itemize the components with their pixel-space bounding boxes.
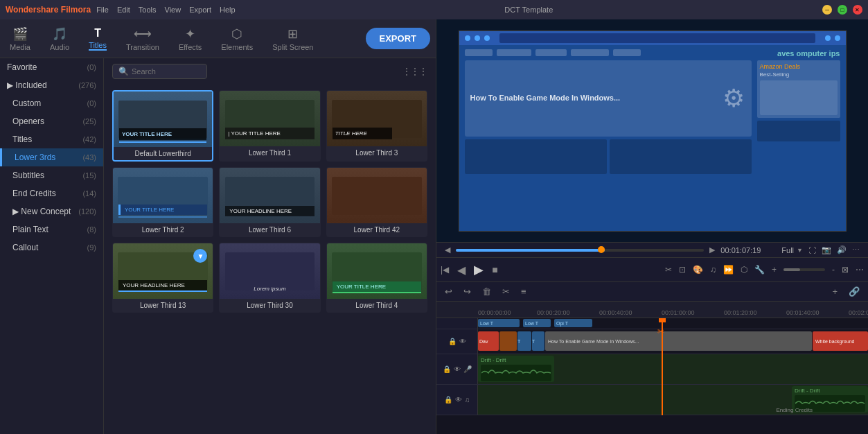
sidebar-item-favorite[interactable]: Favorite (0) xyxy=(0,58,103,76)
grid-item-lower-third-42[interactable]: Lower Third 42 xyxy=(326,167,427,237)
audio-2-lock-button[interactable]: 🔒 xyxy=(444,396,452,403)
grid-item-lower-third-13[interactable]: YOUR HEADLINE HERE ▼ Lower Third 13 xyxy=(112,243,213,313)
rewind-to-start-icon[interactable]: |◀ xyxy=(441,265,449,275)
speed-icon[interactable]: ⏩ xyxy=(723,265,734,275)
toolbar-transition[interactable]: ⟷ Transition xyxy=(122,24,163,54)
color-icon[interactable]: 🎨 xyxy=(693,265,703,275)
video-clip-brown-1[interactable] xyxy=(499,331,517,351)
snapshot-icon[interactable]: 📷 xyxy=(822,245,831,254)
elements-label: Elements xyxy=(221,43,253,51)
zoom-plus-icon[interactable]: + xyxy=(772,265,777,275)
audio-1-lock-button[interactable]: 🔒 xyxy=(443,365,451,373)
minimize-button[interactable]: ─ xyxy=(822,5,832,15)
sidebar-item-lower3rds[interactable]: Lower 3rds (43) xyxy=(0,148,103,166)
audio-clip-1[interactable]: Drift - Drift xyxy=(478,356,554,382)
progress-handle[interactable] xyxy=(598,246,605,253)
maximize-button[interactable]: □ xyxy=(838,5,847,15)
title-clip-1[interactable]: Low T xyxy=(478,319,520,327)
grid-item-lower-third-6[interactable]: YOUR HEADLINE HERE Lower Third 6 xyxy=(219,167,320,237)
volume-icon[interactable]: 🔊 xyxy=(837,245,847,254)
toolbar-elements[interactable]: ⬡ Elements xyxy=(217,24,257,54)
title-bar-left: Wondershare Filmora File Edit Tools View… xyxy=(6,5,236,15)
menu-view[interactable]: View xyxy=(165,6,181,14)
sidebar-item-plain-text[interactable]: Plain Text (8) xyxy=(0,220,103,238)
title-clip-2[interactable]: Low T xyxy=(523,319,551,327)
title-clip-3[interactable]: Opi T xyxy=(554,319,592,327)
timeline-redo-icon[interactable]: ↪ xyxy=(461,285,474,298)
timeline-undo-icon[interactable]: ↩ xyxy=(442,285,455,298)
grid-item-lower-third-1[interactable]: | YOUR TITLE HERE Lower Third 1 xyxy=(219,90,320,162)
arrow-left-icon[interactable]: ◀ xyxy=(445,245,450,254)
audio-1-mic-button[interactable]: 🎤 xyxy=(463,365,472,373)
fullscreen-icon[interactable]: ⛶ xyxy=(808,246,816,254)
menu-help[interactable]: Help xyxy=(220,6,236,14)
toolbar-titles[interactable]: T Titles xyxy=(85,24,111,53)
timeline-delete-icon[interactable]: 🗑 xyxy=(479,285,494,298)
search-input[interactable] xyxy=(132,67,201,76)
toolbar-split-screen[interactable]: ⊞ Split Screen xyxy=(268,24,317,54)
sidebar-item-custom[interactable]: Custom (0) xyxy=(0,94,103,112)
sidebar-item-openers[interactable]: Openers (25) xyxy=(0,112,103,130)
play-icon[interactable]: ▶ xyxy=(474,262,484,277)
close-button[interactable]: ✕ xyxy=(853,5,862,15)
stop-icon[interactable]: ■ xyxy=(492,264,497,275)
export-button[interactable]: EXPORT xyxy=(366,28,430,49)
timeline-list-icon[interactable]: ≡ xyxy=(518,285,529,298)
crop-icon[interactable]: ⊡ xyxy=(679,265,686,275)
arrow-right-icon[interactable]: ▶ xyxy=(709,245,715,254)
link-icon[interactable]: 🔗 xyxy=(846,285,862,298)
sidebar-item-end-credits[interactable]: End Credits (14) xyxy=(0,184,103,202)
sidebar-item-included[interactable]: ▶ Included (276) xyxy=(0,76,103,94)
sidebar-item-new-concept[interactable]: ▶ New Concept (120) xyxy=(0,202,103,220)
sidebar-item-callout[interactable]: Callout (9) xyxy=(0,238,103,257)
video-clip-text-1[interactable]: T xyxy=(517,331,531,351)
grid-item-default-lowerthird[interactable]: YOUR TITLE HERE Default Lowerthird xyxy=(112,90,213,162)
zoom-slider[interactable] xyxy=(783,268,825,271)
menu-export[interactable]: Export xyxy=(189,6,211,14)
grid-item-lower-third-3[interactable]: TITLE HERE Lower Third 3 xyxy=(326,90,427,162)
audio-track-1-content[interactable]: Drift - Drift xyxy=(478,354,868,384)
progress-bar-container[interactable] xyxy=(456,249,704,252)
grid-options-icon[interactable]: ⋮⋮⋮ xyxy=(402,67,427,76)
zoom-dropdown-icon[interactable]: ▼ xyxy=(797,247,803,254)
fit-icon[interactable]: ⊠ xyxy=(842,265,849,275)
grid-item-lower-third-2[interactable]: YOUR TITLE HERE Lower Third 2 xyxy=(112,167,213,237)
audio-1-eye-button[interactable]: 👁 xyxy=(454,365,461,373)
add-track-icon[interactable]: + xyxy=(829,285,840,298)
menu-tools[interactable]: Tools xyxy=(139,6,157,14)
video-lock-button[interactable]: 🔒 xyxy=(448,338,457,345)
timeline-cut-icon[interactable]: ✂ xyxy=(499,285,513,298)
search-box[interactable]: 🔍 xyxy=(112,64,207,79)
zoom-control[interactable]: Full ▼ xyxy=(781,246,803,254)
video-track-content[interactable]: Dav T T How To Enable Game Mode In Windo… xyxy=(478,329,868,354)
split-icon[interactable]: ✂ xyxy=(665,265,672,275)
step-back-icon[interactable]: ◀ xyxy=(457,263,466,277)
audio-2-music-button[interactable]: ♫ xyxy=(465,396,470,403)
progress-bar-fill xyxy=(456,249,605,252)
audio-track-2-content[interactable]: Drift - Drift Ending Credits xyxy=(478,385,868,415)
video-clip-text-2[interactable]: T xyxy=(532,331,544,351)
recent-posts-box xyxy=(757,121,840,141)
audio-2-eye-button[interactable]: 👁 xyxy=(455,396,462,403)
settings-icon[interactable]: ⋯ xyxy=(852,245,860,254)
video-eye-button[interactable]: 👁 xyxy=(459,338,466,345)
video-clip-red-1[interactable]: Dav xyxy=(478,331,499,351)
audio-track-icon[interactable]: ♫ xyxy=(710,265,716,275)
preview-browser: aves omputer ips How To Enable Game Mode… xyxy=(459,31,846,231)
expand-icon[interactable]: ⋯ xyxy=(856,265,864,275)
video-clip-main[interactable]: How To Enable Game Mode In Windows... xyxy=(545,331,812,351)
grid-item-lower-third-30[interactable]: Lorem ipsum Lower Third 30 xyxy=(219,243,320,313)
menu-edit[interactable]: Edit xyxy=(117,6,130,14)
toolbar-effects[interactable]: ✦ Effects xyxy=(175,24,206,54)
audio-track-2-controls: 🔒 👁 ♫ xyxy=(436,385,478,415)
video-clip-white-bg[interactable]: White background xyxy=(813,331,868,351)
mask-icon[interactable]: ⬡ xyxy=(741,265,747,275)
grid-item-lower-third-4[interactable]: YOUR TITLE HERE Lower Third 4 xyxy=(326,243,427,313)
toolbar-media[interactable]: 🎬 Media xyxy=(6,24,35,54)
menu-file[interactable]: File xyxy=(96,6,109,14)
zoom-minus-icon[interactable]: - xyxy=(832,265,835,275)
sidebar-item-subtitles[interactable]: Subtitles (15) xyxy=(0,166,103,184)
toolbar-audio[interactable]: 🎵 Audio xyxy=(46,24,73,54)
stabilize-icon[interactable]: 🔧 xyxy=(754,265,765,275)
sidebar-item-titles[interactable]: Titles (42) xyxy=(0,130,103,148)
